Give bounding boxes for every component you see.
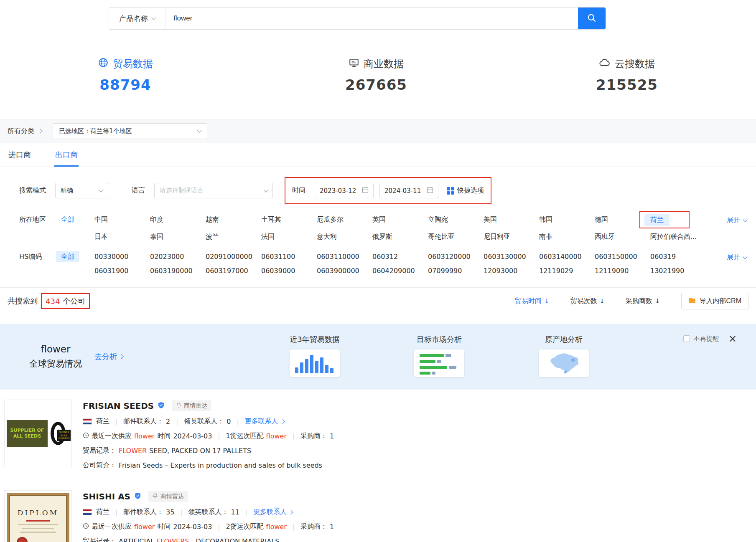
hs-code-option[interactable]: 12119029 <box>539 266 595 275</box>
wax-seal-icon <box>17 537 28 542</box>
more-contacts-link[interactable]: 更多联系人 <box>245 417 284 426</box>
email-contacts-count: 2 <box>166 418 170 425</box>
search-button[interactable] <box>578 8 606 29</box>
region-option[interactable]: 意大利 <box>317 231 372 241</box>
company-name[interactable]: SHISHI AS <box>83 491 130 501</box>
date-from-input[interactable]: 2023-03-12 <box>315 183 374 198</box>
more-contacts-link[interactable]: 更多联系人 <box>253 508 293 517</box>
search-mode-select[interactable]: 精确 <box>55 183 108 198</box>
hs-expand-button[interactable]: 展开 <box>727 253 747 262</box>
calendar-icon <box>362 187 369 195</box>
hs-code-option[interactable]: 0603130000 <box>484 251 539 261</box>
hs-code-option[interactable]: 0604209000 <box>372 266 428 275</box>
company-supply-row: 最近一次供应 flower 时间 2024-03-03 | 2货运次匹配 flo… <box>83 522 334 531</box>
linkedin-contacts-count: 0 <box>227 418 231 425</box>
trade-record-text: SEED, PACKED ON 17 PALLETS <box>149 447 251 455</box>
hs-code-option[interactable]: 02023000 <box>150 251 206 261</box>
hs-code-option[interactable]: 0603190000 <box>150 266 206 275</box>
go-analyze-link[interactable]: 去分析 <box>94 352 123 362</box>
sort-buyer-count[interactable]: 采购商数↓ <box>626 297 660 306</box>
company-name[interactable]: FRISIAN SEEDS <box>83 401 154 411</box>
radar-badge[interactable]: 商情雷达 <box>148 491 188 502</box>
region-option[interactable]: 土耳其 <box>261 214 317 224</box>
hs-code-option[interactable]: 12093000 <box>484 266 539 275</box>
search-category-label: 产品名称 <box>120 14 148 23</box>
sort-trade-count[interactable]: 贸易次数↓ <box>570 297 605 306</box>
hs-code-option[interactable]: 12119090 <box>595 266 650 275</box>
search-input[interactable] <box>166 8 578 29</box>
region-option[interactable]: 厄瓜多尔 <box>317 214 372 224</box>
dont-remind-checkbox[interactable] <box>683 335 690 342</box>
card-target-market[interactable]: 目标市场分析 <box>412 334 466 377</box>
stat-business-data[interactable]: 商业数据 267665 <box>251 57 501 93</box>
region-option[interactable]: 哥伦比亚 <box>428 231 484 241</box>
region-option[interactable]: 德国 <box>595 214 650 224</box>
region-option[interactable]: 日本 <box>94 231 150 241</box>
hs-code-option[interactable]: 13021990 <box>650 266 706 275</box>
selected-region-dropdown[interactable]: 已选地区：荷兰等1个地区 <box>53 123 207 139</box>
close-icon[interactable]: × <box>728 334 737 344</box>
region-option[interactable]: 英国 <box>372 214 428 224</box>
company-contact-row: 荷兰 | 邮件联系人：35 | 领英联系人：11 | 更多联系人 <box>83 508 334 517</box>
stat-trade-data[interactable]: 贸易数据 88794 <box>0 57 251 93</box>
hs-code-option[interactable]: 0603150000 <box>595 251 650 261</box>
region-option[interactable]: 南非 <box>539 231 595 241</box>
hs-code-option[interactable]: 07099990 <box>428 266 484 275</box>
hs-code-option[interactable]: 0603110000 <box>317 251 372 261</box>
search-category-select[interactable]: 产品名称 <box>109 8 166 29</box>
region-option[interactable]: 越南 <box>206 214 261 224</box>
search-mode-label: 搜索模式 <box>19 186 46 195</box>
breadcrumb[interactable]: 所有分类 <box>8 127 42 136</box>
hs-code-option[interactable]: 06031100 <box>261 251 317 261</box>
region-option[interactable]: 韩国 <box>539 214 595 224</box>
hs-code-option[interactable]: 0603120000 <box>428 251 484 261</box>
hs-code-option[interactable]: 00330000 <box>94 251 150 261</box>
hs-all-option[interactable]: 全部 <box>61 251 94 275</box>
shield-icon[interactable] <box>158 402 164 410</box>
sort-trade-time[interactable]: 贸易时间↓ <box>515 297 550 306</box>
language-placeholder: 请选择翻译语言 <box>160 187 204 195</box>
region-option[interactable]: 阿拉伯联合酋... <box>650 231 706 241</box>
language-select[interactable]: 请选择翻译语言 <box>154 183 273 198</box>
hs-code-option[interactable]: 0603140000 <box>539 251 595 261</box>
region-option[interactable]: 波兰 <box>206 231 261 241</box>
region-option[interactable]: 美国 <box>484 214 539 224</box>
analysis-banner: flower 全球贸易情况 去分析 近3年贸易数据 目标市场分析 <box>0 324 756 390</box>
hs-code-option[interactable]: 06031900 <box>94 266 150 275</box>
import-crm-button[interactable]: 导入内部CRM <box>681 293 748 309</box>
radar-badge[interactable]: 商情雷达 <box>172 400 211 411</box>
tab-importer[interactable]: 进口商 <box>8 143 32 167</box>
buyer-count: 1 <box>330 523 334 531</box>
banner-cards: 近3年贸易数据 目标市场分析 <box>288 334 591 377</box>
region-option[interactable]: 尼日利亚 <box>484 231 539 241</box>
region-option[interactable]: 泰国 <box>150 231 206 241</box>
tab-exporter[interactable]: 出口商 <box>54 143 79 167</box>
card-origin-analysis[interactable]: 原产地分析 <box>537 334 591 377</box>
region-option[interactable]: 中国 <box>94 214 150 224</box>
shield-icon[interactable] <box>135 492 141 501</box>
grid-icon <box>447 187 454 195</box>
region-option[interactable]: 西班牙 <box>595 231 650 241</box>
company-logo[interactable]: SUPPLIER OF ALL SEEDS FLOWER BULB EXPERT… <box>4 400 72 467</box>
hs-code-option[interactable]: 060319 <box>650 251 706 261</box>
quick-options-button[interactable]: 快捷选项 <box>447 186 484 195</box>
card-trade-3yr[interactable]: 近3年贸易数据 <box>288 334 342 377</box>
linkedin-contacts-label: 领英联系人： <box>188 508 228 517</box>
region-option-netherlands-selected[interactable]: 荷兰 <box>650 214 706 226</box>
hs-code-option[interactable]: 060312 <box>372 251 428 261</box>
region-option[interactable]: 俄罗斯 <box>372 231 428 241</box>
region-option[interactable]: 法国 <box>261 231 317 241</box>
hs-code-option[interactable]: 0603900000 <box>317 266 372 275</box>
region-all-option[interactable]: 全部 <box>61 214 94 241</box>
company-country: 荷兰 <box>96 417 109 426</box>
hs-code-option[interactable]: 02091000000 <box>206 251 261 261</box>
company-intro-row: 公司简介： Frisian Seeds – Experts in product… <box>83 461 334 470</box>
stat-cloud-data[interactable]: 云搜数据 215525 <box>501 57 752 93</box>
region-option[interactable]: 立陶宛 <box>428 214 484 224</box>
region-expand-button[interactable]: 展开 <box>727 216 747 225</box>
date-to-input[interactable]: 2024-03-11 <box>379 183 438 198</box>
hs-code-option[interactable]: 06039000 <box>261 266 317 275</box>
hs-code-option[interactable]: 0603197000 <box>206 266 261 275</box>
company-logo[interactable]: DIPLOM <box>4 490 72 542</box>
region-option[interactable]: 印度 <box>150 214 206 224</box>
